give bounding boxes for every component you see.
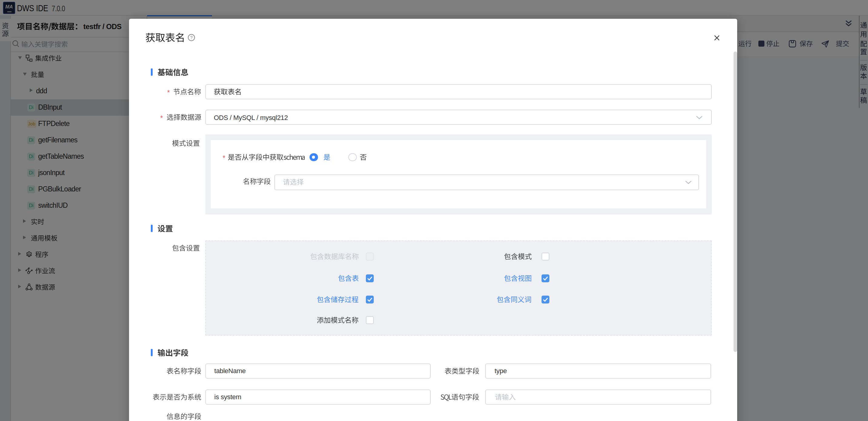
svg-text:?: ? [190, 35, 192, 40]
